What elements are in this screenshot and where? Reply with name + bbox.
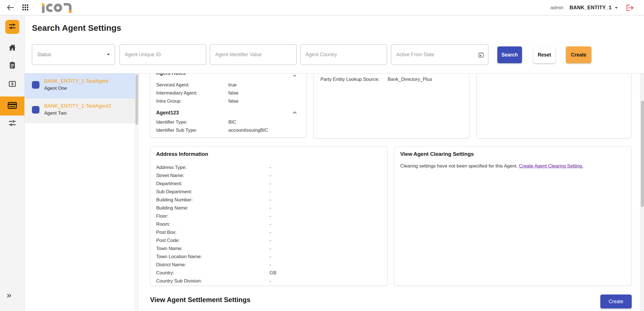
sidebar-item-home[interactable]	[8, 43, 17, 53]
search-button[interactable]: Search	[497, 46, 522, 63]
field-value: -	[270, 205, 271, 211]
field-label: Address Type:	[156, 165, 270, 170]
sidebar-item-agent-settings[interactable]	[5, 20, 19, 34]
settlement-section-title: View Agent Settlement Settings	[150, 296, 250, 304]
field-label: Street Name:	[156, 173, 270, 178]
active-from-date-input[interactable]	[391, 44, 488, 65]
field-label: Identifier Type:	[156, 119, 228, 125]
empty-card	[477, 74, 631, 138]
field-value: false	[228, 90, 238, 96]
sidebar-item-accounts-active[interactable]	[0, 96, 24, 116]
field-label: Department:	[156, 181, 270, 187]
settlement-create-button[interactable]: Create	[600, 294, 632, 308]
credit-card-icon	[8, 102, 17, 110]
home-icon	[8, 48, 17, 53]
sidebar-item-settings[interactable]	[8, 119, 17, 128]
field-label: Town Name:	[156, 246, 270, 251]
field-label: Serviced Agent:	[156, 82, 228, 88]
left-sidebar: $ »	[0, 15, 25, 311]
field-value: -	[270, 278, 271, 284]
field-label: Party Entity Lookup Source:	[320, 77, 388, 82]
field-value: GB	[270, 270, 277, 276]
address-card-title: Address Information	[156, 151, 381, 157]
field-row: Identifier Type: BIC	[156, 118, 297, 126]
search-header-section: Search Agent Settings Status Search Rese…	[25, 15, 644, 74]
field-row: Party Entity Lookup Source: Bank_Directo…	[320, 75, 462, 83]
field-row: Town Location Name: -	[156, 253, 381, 261]
agent-list-item[interactable]: BANK_ENTITY_1-TestAgent2 Agent Two	[25, 98, 139, 123]
agent-identifier-value-field-wrap	[210, 44, 297, 65]
sidebar-item-tasks[interactable]	[8, 61, 16, 70]
chevron-up-icon[interactable]	[292, 74, 297, 76]
create-clearing-setting-link[interactable]: Create Agent Clearing Setting.	[519, 163, 583, 169]
entity-selector[interactable]: BANK_ENTITY_1	[570, 5, 618, 11]
sidebar-expand-icon[interactable]: »	[7, 291, 11, 299]
agent-list-item[interactable]: BANK_ENTITY_1-TestAgent Agent One	[25, 74, 139, 98]
field-row: Country Sub Division: -	[156, 277, 381, 285]
entity-name: BANK_ENTITY_1	[570, 5, 612, 11]
apps-grid-icon[interactable]	[22, 4, 29, 11]
field-row: District Name: -	[156, 261, 381, 269]
top-bar: admin BANK_ENTITY_1	[0, 0, 644, 15]
reset-button[interactable]: Reset	[533, 46, 555, 63]
agent-list-scrollbar-thumb[interactable]	[135, 74, 138, 125]
tune-icon	[8, 123, 17, 128]
field-row: Post Box: -	[156, 228, 381, 236]
field-row: Intermediary Agent: false	[156, 89, 297, 97]
field-row: Country: GB	[156, 269, 381, 277]
content-scrollbar	[640, 74, 644, 311]
field-value: -	[270, 173, 271, 178]
calendar-icon[interactable]	[478, 52, 484, 58]
agent-unique-id-input[interactable]	[120, 44, 206, 65]
user-role-label: admin	[551, 5, 563, 11]
field-row: Department: -	[156, 180, 381, 188]
agent-name-label: Agent Two	[44, 110, 136, 116]
agent-id-label: BANK_ENTITY_1-TestAgent2	[44, 103, 136, 109]
agent-unique-id-field-wrap	[120, 44, 206, 65]
chevron-up-icon[interactable]	[292, 110, 297, 115]
field-label: Post Box:	[156, 230, 270, 235]
field-value: -	[270, 238, 271, 243]
agent-identifier-value-input[interactable]	[210, 44, 296, 65]
clearing-card-title: View Agent Clearing Settings	[400, 151, 624, 157]
field-value: -	[270, 181, 271, 187]
field-label: Town Location Name:	[156, 254, 270, 260]
chevron-down-icon	[107, 54, 110, 55]
party-lookup-card: Party Entity Lookup Source: Bank_Directo…	[313, 74, 469, 138]
field-label: Floor:	[156, 213, 270, 219]
agent-list-scrollbar	[135, 74, 139, 311]
field-value: -	[270, 222, 271, 227]
logout-icon[interactable]	[626, 4, 634, 11]
field-row: Intra Group: false	[156, 97, 297, 105]
field-value: -	[270, 197, 271, 203]
field-row: Post Code: -	[156, 236, 381, 244]
field-row: Serviced Agent: true	[156, 81, 297, 89]
field-label: Building Name:	[156, 205, 270, 211]
field-row: Town Name: -	[156, 244, 381, 253]
agent-status-badge	[32, 106, 39, 114]
field-row: Sub Department: -	[156, 188, 381, 196]
sidebar-item-payments[interactable]: $	[8, 80, 16, 89]
create-button[interactable]: Create	[566, 46, 591, 63]
status-select[interactable]: Status	[32, 44, 115, 65]
dollar-icon: $	[8, 84, 16, 88]
agent-roles-card: Agent Roles Serviced Agent: true Interme…	[150, 74, 307, 138]
back-arrow-icon[interactable]	[7, 4, 14, 11]
address-information-card: Address Information Address Type: - Stre…	[150, 146, 388, 286]
agent-country-input[interactable]	[301, 44, 387, 65]
field-value: accountIssuingBIC	[228, 128, 268, 133]
agent-name-label: Agent One	[44, 86, 136, 91]
field-value: -	[270, 189, 271, 195]
field-label: District Name:	[156, 262, 270, 268]
agent-identifier-header: Agent123	[156, 110, 179, 116]
field-row: Street Name: -	[156, 171, 381, 180]
svg-text:$: $	[11, 82, 13, 86]
field-row: Room: -	[156, 220, 381, 228]
icon-app-logo	[39, 2, 76, 15]
content-scrollbar-thumb[interactable]	[641, 101, 644, 207]
field-value: BIC	[228, 119, 236, 125]
status-placeholder: Status	[37, 52, 51, 58]
field-row: Identifier Sub Type: accountIssuingBIC	[156, 126, 297, 134]
field-value: -	[270, 246, 271, 251]
results-body: BANK_ENTITY_1-TestAgent Agent One BANK_E…	[25, 74, 644, 311]
